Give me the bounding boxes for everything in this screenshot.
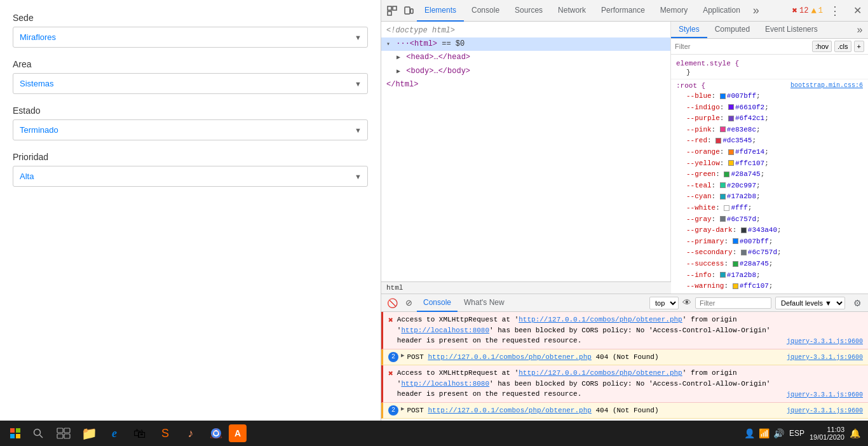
- cors-link-1[interactable]: http://127.0.0.1/combos/php/obtener.php: [519, 316, 682, 323]
- taskbar-app-extra[interactable]: A: [229, 424, 247, 442]
- tab-performance[interactable]: Performance: [593, 0, 653, 22]
- dom-html-line[interactable]: ▾ ···<html> == $0: [381, 37, 670, 51]
- cors-link-2[interactable]: http://127.0.0.1/combos/php/obtener.php: [519, 369, 682, 377]
- dom-head-line[interactable]: ▶ <head>…</head>: [381, 51, 670, 64]
- prop-pink: --pink: #e83e8c;: [676, 125, 863, 136]
- taskbar-app-itunes[interactable]: ♪: [178, 421, 203, 446]
- console-source-2[interactable]: jquery-3.3.1.js:9600: [787, 353, 863, 362]
- tab-network[interactable]: Network: [550, 0, 593, 22]
- cls-filter-btn[interactable]: .cls: [834, 41, 851, 52]
- devtools-more-menu[interactable]: ⋮: [825, 3, 844, 19]
- devtools-close-button[interactable]: ✕: [850, 3, 865, 18]
- console-settings-icon[interactable]: ⚙: [849, 295, 865, 311]
- yellow-swatch: [728, 160, 734, 166]
- console-top-select[interactable]: top: [649, 297, 679, 309]
- prop-yellow: --yellow: #ffc107;: [676, 158, 863, 170]
- notification-icon[interactable]: 🔔: [850, 428, 860, 438]
- prioridad-select[interactable]: Alta: [13, 166, 368, 187]
- gray-swatch: [720, 216, 726, 222]
- tab-computed[interactable]: Computed: [707, 22, 757, 38]
- estado-field-group: Estado Terminado: [13, 105, 368, 140]
- svg-rect-9: [57, 434, 63, 438]
- prop-green: --green: #28a745;: [676, 169, 863, 180]
- console-source-4[interactable]: jquery-3.3.1.js:9600: [787, 406, 863, 416]
- taskbar-app-chrome[interactable]: [203, 421, 229, 446]
- dom-doctype: <!doctype html>: [381, 24, 670, 37]
- inspect-icon[interactable]: [384, 3, 400, 19]
- tab-elements[interactable]: Elements: [417, 0, 464, 22]
- console-tab-console[interactable]: Console: [417, 294, 458, 312]
- tab-sources[interactable]: Sources: [507, 0, 550, 22]
- console-source-3[interactable]: jquery-3.3.1.js:9600: [787, 390, 863, 400]
- hov-filter-btn[interactable]: :hov: [812, 41, 832, 52]
- area-select[interactable]: Sistemas: [13, 73, 368, 94]
- svg-point-5: [34, 429, 41, 436]
- start-button[interactable]: [3, 421, 28, 446]
- taskbar-search-button[interactable]: [28, 423, 48, 443]
- user-icon: 👤: [744, 428, 755, 438]
- console-text-3: Access to XMLHttpRequest at 'http://127.…: [397, 368, 782, 400]
- console-msg-row-4: 2 ▶ POST http://127.0.0.1/combos/php/obt…: [388, 405, 863, 416]
- prioridad-select-wrapper[interactable]: Alta: [13, 166, 368, 187]
- language-indicator: ESP: [789, 429, 804, 438]
- add-style-btn[interactable]: +: [854, 41, 864, 52]
- tab-memory[interactable]: Memory: [653, 0, 695, 22]
- taskbar-app-explorer[interactable]: 📁: [76, 421, 102, 446]
- secondary-swatch: [741, 250, 747, 255]
- area-select-wrapper[interactable]: Sistemas: [13, 73, 368, 94]
- expand-post-2[interactable]: ▶: [401, 405, 404, 414]
- post-link-1[interactable]: http://127.0.0.1/combos/php/obtener.php: [428, 353, 591, 361]
- estado-select[interactable]: Terminado: [13, 119, 368, 140]
- expand-arrow[interactable]: ▾: [386, 39, 390, 50]
- origin-link-2[interactable]: http://localhost:8080: [401, 380, 489, 388]
- console-source-1[interactable]: jquery-3.3.1.js:9600: [787, 337, 863, 346]
- prioridad-field-group: Prioridad Alta: [13, 152, 368, 187]
- estado-select-wrapper[interactable]: Terminado: [13, 119, 368, 140]
- origin-link-1[interactable]: http://localhost:8080: [401, 327, 489, 334]
- taskbar-right: 👤 📶 🔊 ESP 11:03 19/01/2020 🔔: [744, 426, 865, 441]
- taskbar-app-sublime[interactable]: S: [153, 421, 178, 446]
- form-panel: Sede Miraflores Area Sistemas Estado Ter…: [0, 0, 381, 421]
- styles-filter-input[interactable]: [675, 43, 812, 50]
- console-filter-icon[interactable]: ⊘: [400, 295, 417, 311]
- svg-rect-7: [57, 428, 63, 433]
- svg-rect-0: [388, 6, 391, 10]
- dom-tree[interactable]: <!doctype html> ▾ ···<html> == $0 ▶ <hea…: [381, 22, 671, 281]
- primary-swatch: [733, 238, 738, 244]
- sede-select[interactable]: Miraflores: [13, 27, 368, 48]
- console-clear-icon[interactable]: 🚫: [384, 295, 400, 311]
- console-level-select[interactable]: Default levels ▼: [775, 297, 845, 309]
- tab-event-listeners[interactable]: Event Listeners: [757, 22, 825, 38]
- expand-post-1[interactable]: ▶: [401, 352, 404, 361]
- root-source[interactable]: bootstrap.min.css:6: [790, 82, 863, 89]
- console-tab-whatsnew[interactable]: What's New: [458, 294, 511, 312]
- tab-styles[interactable]: Styles: [671, 22, 707, 38]
- tab-console[interactable]: Console: [464, 0, 507, 22]
- console-text-4: POST http://127.0.0.1/combos/php/obtener…: [407, 405, 782, 416]
- area-label: Area: [13, 59, 368, 69]
- more-tabs-icon[interactable]: »: [748, 3, 764, 19]
- tab-application[interactable]: Application: [695, 0, 748, 22]
- device-toggle-icon[interactable]: [400, 3, 417, 19]
- prioridad-label: Prioridad: [13, 152, 368, 162]
- console-filter-input[interactable]: [695, 297, 771, 309]
- styles-filter-bar: :hov .cls +: [671, 39, 868, 55]
- console-message-4: 2 ▶ POST http://127.0.0.1/combos/php/obt…: [381, 403, 868, 419]
- prop-primary: --primary: #007bff;: [676, 236, 863, 248]
- error-icon-2: ✖: [388, 368, 393, 381]
- windows-icon: [10, 428, 20, 438]
- taskbar-date-display: 19/01/2020: [810, 433, 844, 441]
- devtools-panel: Elements Console Sources Network Perform…: [381, 0, 868, 421]
- dom-body-line[interactable]: ▶ <body>…</body>: [381, 65, 670, 78]
- taskbar-app-edge[interactable]: e: [102, 421, 127, 446]
- sede-select-wrapper[interactable]: Miraflores: [13, 27, 368, 48]
- expand-body-arrow[interactable]: ▶: [397, 67, 400, 77]
- more-style-tabs-icon[interactable]: »: [851, 22, 868, 38]
- green-swatch: [724, 172, 729, 177]
- post-link-2[interactable]: http://127.0.0.1/combos/php/obtener.php: [428, 407, 591, 414]
- expand-head-arrow[interactable]: ▶: [397, 53, 400, 63]
- taskbar-app-store[interactable]: 🛍: [127, 421, 153, 446]
- taskbar-apps: 📁 e 🛍 S ♪ A: [51, 421, 247, 446]
- taskbar-app-taskview[interactable]: [51, 421, 76, 446]
- dom-tree-container: <!doctype html> ▾ ···<html> == $0 ▶ <hea…: [381, 22, 671, 294]
